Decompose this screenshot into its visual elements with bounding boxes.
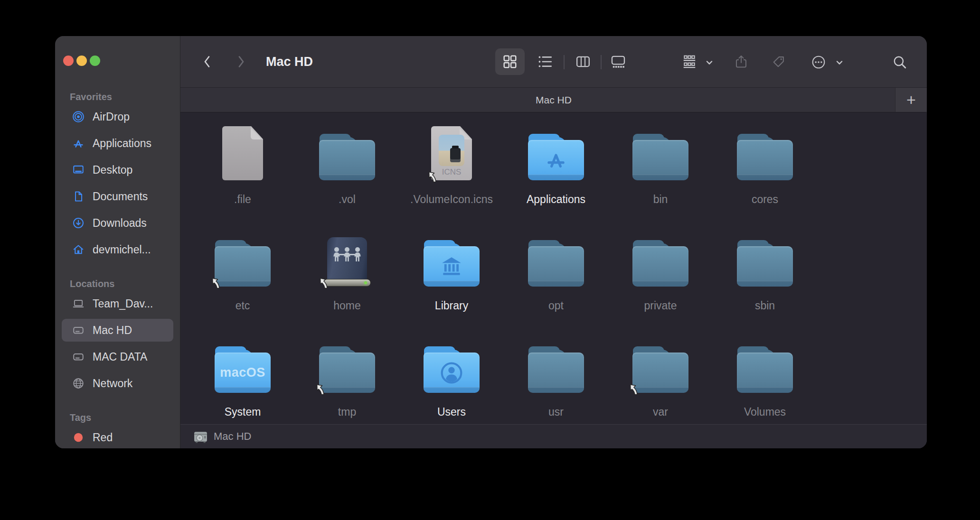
downloads-icon [72,217,85,229]
shared-users-icon [322,237,372,287]
desktop-icon [72,164,85,176]
folder-icon [632,346,688,393]
sidebar-item-desktop[interactable]: Desktop [62,158,173,181]
item-etc[interactable]: etc [190,219,295,325]
gallery-view-button[interactable] [603,48,633,75]
sidebar: FavoritesAirDropApplicationsDesktopDocum… [55,36,180,448]
tab-mac-hd[interactable]: Mac HD [536,94,572,106]
new-tab-button[interactable]: + [895,88,927,112]
laptop-icon [72,297,85,310]
search-button[interactable] [892,55,907,70]
folder-icon [737,134,793,180]
folder-icon: macOS [215,346,271,393]
icon-view-button[interactable] [495,48,525,75]
more-options-button[interactable] [811,55,826,70]
chevron-down-icon [706,60,713,65]
item-users[interactable]: Users [399,325,504,424]
minimize-button[interactable] [76,56,87,66]
group-button[interactable] [682,55,697,70]
folder-icon [424,240,480,287]
sidebar-item-label: devmichel... [93,243,151,256]
folder-icon [319,346,375,393]
chevron-down-icon [836,60,843,65]
sidebar-item-label: Downloads [93,217,147,230]
home-icon [72,243,85,256]
item-opt[interactable]: opt [504,219,608,325]
folder-icon [319,134,375,180]
sidebar-item-team-dav[interactable]: Team_Dav... [62,292,173,315]
item-applications[interactable]: Applications [504,113,608,219]
zoom-button[interactable] [90,56,100,66]
sidebar-item-label: AirDrop [93,111,130,123]
airdrop-icon [72,111,85,123]
item-vol[interactable]: .vol [295,113,399,219]
status-path-item[interactable]: Mac HD [214,430,251,443]
sidebar-sections: FavoritesAirDropApplicationsDesktopDocum… [55,36,180,448]
item-label: usr [548,406,564,418]
item-private[interactable]: private [608,219,713,325]
sidebar-item-mac-hd[interactable]: Mac HD [62,319,173,342]
forward-button[interactable] [236,55,246,69]
item-label: sbin [755,299,775,312]
item-usr[interactable]: usr [504,325,608,424]
globe-icon [72,377,85,390]
item-home[interactable]: home [295,219,399,325]
alias-badge-icon [629,383,642,396]
sidebar-item-label: Team_Dav... [93,297,153,310]
item-label: Library [435,299,468,312]
folder-icon [632,134,688,180]
window-title: Mac HD [266,55,313,69]
column-view-button[interactable] [568,48,598,75]
folder-icon [424,346,480,393]
item-var[interactable]: var [608,325,713,424]
item-label: Users [437,406,466,418]
tag-button[interactable] [772,55,786,69]
item-label: System [225,406,261,418]
item-cores[interactable]: cores [713,113,817,219]
close-button[interactable] [63,56,74,66]
sidebar-item-mac-data[interactable]: MAC DATA [62,345,173,368]
sidebar-section-header: Favorites [70,88,180,105]
item-file[interactable]: .file [190,113,295,219]
item-label: opt [548,299,564,312]
list-view-button[interactable] [530,48,560,75]
item-label: home [333,299,361,312]
item-label: .VolumeIcon.icns [410,193,493,206]
item-system[interactable]: macOSSystem [190,325,295,424]
sidebar-item-label: Applications [93,137,151,150]
status-led [364,281,367,284]
sidebar-item-applications[interactable]: Applications [62,132,173,155]
sidebar-item-devmichel[interactable]: devmichel... [62,238,173,261]
tag-red-icon [72,431,85,444]
alias-badge-icon [319,277,332,290]
harddrive-icon [72,351,85,363]
item-tmp[interactable]: tmp [295,325,399,424]
item-label: cores [752,193,778,206]
share-button[interactable] [735,54,748,69]
alias-badge-icon [211,277,224,290]
item-volumes[interactable]: Volumes [713,325,817,424]
folder-icon [528,134,584,180]
item-bin[interactable]: bin [608,113,713,219]
appstore-icon [72,137,85,149]
folder-icon [737,346,793,393]
sidebar-item-red[interactable]: Red [62,426,173,448]
sidebar-item-documents[interactable]: Documents [62,185,173,208]
sidebar-item-label: Desktop [93,164,132,176]
item-library[interactable]: Library [399,219,504,325]
folder-icon [737,240,793,287]
item-label: private [644,299,677,312]
item-sbin[interactable]: sbin [713,219,817,325]
sidebar-item-network[interactable]: Network [62,372,173,395]
blank-document-icon [222,126,263,180]
toolbar-separator [564,55,565,69]
item-label: Applications [527,193,585,206]
item-label: .vol [339,193,356,206]
traffic-lights [63,56,100,66]
back-button[interactable] [202,55,212,69]
icns-thumbnail [439,135,464,166]
file-browser: .file.volICNS.VolumeIcon.icnsApplication… [180,113,927,424]
item-volumeicon-icns[interactable]: ICNS.VolumeIcon.icns [399,113,504,219]
sidebar-item-downloads[interactable]: Downloads [62,212,173,234]
sidebar-item-airdrop[interactable]: AirDrop [62,105,173,128]
